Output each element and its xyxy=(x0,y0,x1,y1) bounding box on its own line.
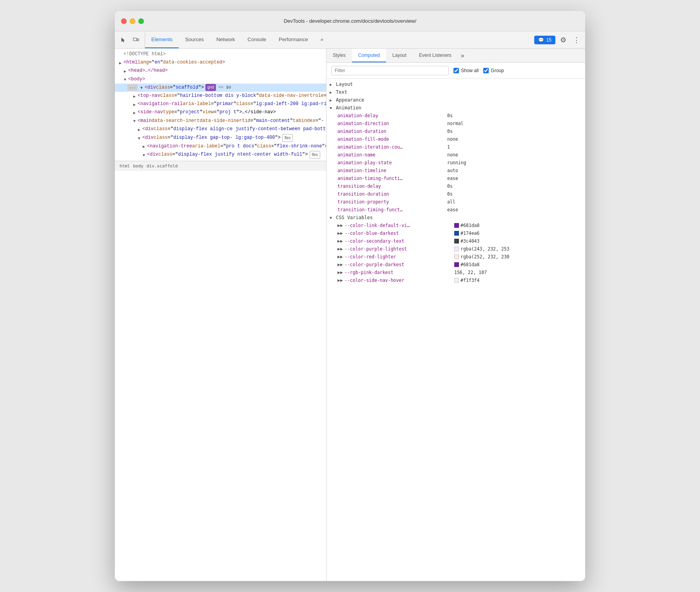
group-triangle-text xyxy=(330,90,334,94)
html-line[interactable]: <body> xyxy=(115,75,326,84)
prop-row: animation-timeline auto xyxy=(326,167,585,174)
triangle-div2[interactable] xyxy=(137,136,141,140)
ellipsis-button[interactable]: ... xyxy=(127,84,138,91)
html-line[interactable]: <navigation-tree aria-label="pro t docs"… xyxy=(115,142,326,151)
var-expand-1[interactable]: ▶ xyxy=(337,231,343,235)
filter-bar: Show all Group xyxy=(326,63,585,79)
group-triangle-layout xyxy=(330,82,334,87)
triangle-scaffold[interactable] xyxy=(139,85,144,90)
var-expand-5[interactable]: ▶ xyxy=(337,263,343,267)
prop-row-css-var[interactable]: ▶ --color-purple-lightest rgba(243, 232,… xyxy=(326,245,585,253)
group-checkbox-label[interactable]: Group xyxy=(483,68,504,73)
html-line[interactable]: <head>…</head> xyxy=(115,67,326,75)
triangle-main[interactable] xyxy=(132,118,137,123)
show-all-checkbox-label[interactable]: Show all xyxy=(453,68,479,73)
group-appearance[interactable]: Appearance xyxy=(326,96,585,104)
devtools-toolbar: Elements Sources Network Console Perform… xyxy=(115,31,585,49)
var-expand-4[interactable]: ▶ xyxy=(337,255,343,259)
traffic-lights xyxy=(121,18,144,24)
flex-badge-2[interactable]: flex xyxy=(282,134,293,142)
tab-computed[interactable]: Computed xyxy=(352,49,386,62)
html-line[interactable]: <top-nav class="hairline-bottom dis y-bl… xyxy=(115,92,326,100)
prop-row-css-var[interactable]: ▶ --color-red-lighter rgba(252, 232, 230 xyxy=(326,253,585,261)
prop-row: transition-property all xyxy=(326,198,585,206)
color-swatch-3 xyxy=(454,247,459,251)
tab-console[interactable]: Console xyxy=(241,31,273,48)
tab-sources[interactable]: Sources xyxy=(179,31,210,48)
elements-content: <!DOCTYPE html> <html lang="en" data-coo… xyxy=(115,49,326,161)
group-checkbox[interactable] xyxy=(483,68,489,73)
prop-row-css-var[interactable]: ▶ --color-link-default-vi… #681da8 xyxy=(326,222,585,229)
html-line[interactable]: <side-nav type="project" view="proj t">…… xyxy=(115,108,326,116)
tab-styles[interactable]: Styles xyxy=(326,49,352,62)
var-expand-6[interactable]: ▶ xyxy=(337,271,343,274)
var-expand-2[interactable]: ▶ xyxy=(337,239,343,243)
issues-badge-button[interactable]: 💬 15 xyxy=(534,36,555,44)
flex-badge-3[interactable]: flex xyxy=(310,151,321,159)
device-toggle-icon[interactable] xyxy=(131,35,141,45)
prop-row-css-var[interactable]: ▶ --color-side-nav-hover #f1f3f4 xyxy=(326,276,585,284)
triangle-topnav[interactable] xyxy=(132,94,137,98)
triangle-body[interactable] xyxy=(123,77,127,82)
minimize-button[interactable] xyxy=(130,18,135,24)
triangle-navrail[interactable] xyxy=(132,102,137,107)
triangle-html[interactable] xyxy=(118,60,123,65)
issues-icon: 💬 xyxy=(538,37,544,43)
show-all-checkbox[interactable] xyxy=(453,68,459,73)
html-line[interactable]: <html lang="en" data-cookies-accepted > xyxy=(115,58,326,67)
toolbar-right: 💬 15 ⚙ ⋮ xyxy=(531,31,585,48)
prop-row: animation-timing-functi… ease xyxy=(326,174,585,182)
html-line[interactable]: <main data-search-inert data-side-n iner… xyxy=(115,117,326,125)
breadcrumb-scaffold[interactable]: div.scaffold xyxy=(147,163,178,169)
cursor-icon[interactable] xyxy=(118,35,129,45)
html-line[interactable]: <!DOCTYPE html> xyxy=(115,50,326,58)
prop-row-css-var[interactable]: ▶ --color-purple-darkest #681da8 xyxy=(326,261,585,269)
prop-row: animation-direction normal xyxy=(326,120,585,127)
prop-row: transition-delay 0s xyxy=(326,182,585,190)
html-line[interactable]: <div class="display-flex gap-top- lg:gap… xyxy=(115,134,326,142)
triangle-div3[interactable] xyxy=(141,153,146,157)
computed-panel: Styles Computed Layout Event Listeners » xyxy=(326,49,585,581)
html-line[interactable]: <div class="display-flex justify ntent-c… xyxy=(115,151,326,159)
tab-event-listeners[interactable]: Event Listeners xyxy=(413,49,458,62)
html-line[interactable]: <div class="display-flex align-ce justif… xyxy=(115,125,326,134)
group-css-variables[interactable]: CSS Variables xyxy=(326,214,585,222)
close-button[interactable] xyxy=(121,18,127,24)
computed-list: Layout Text Appearance Animation xyxy=(326,79,585,581)
doctype-text: <!DOCTYPE html> xyxy=(123,51,166,58)
tab-elements[interactable]: Elements xyxy=(145,31,179,48)
group-animation[interactable]: Animation xyxy=(326,104,585,112)
triangle-navtree[interactable] xyxy=(141,144,146,149)
more-options-icon[interactable]: ⋮ xyxy=(571,35,582,45)
grid-badge[interactable]: grid xyxy=(205,84,216,91)
triangle-div1[interactable] xyxy=(137,127,141,132)
filter-input[interactable] xyxy=(331,66,449,75)
prop-row: animation-iteration-cou… 1 xyxy=(326,143,585,151)
tab-more[interactable]: » xyxy=(314,31,330,48)
prop-row-css-var[interactable]: ▶ --color-secondary-text #3c4043 xyxy=(326,237,585,245)
breadcrumb-bar: html body div.scaffold xyxy=(115,161,326,171)
breadcrumb-html[interactable]: html xyxy=(120,163,130,169)
prop-row-css-var[interactable]: ▶ --color-blue-darkest #174ea6 xyxy=(326,229,585,237)
group-layout[interactable]: Layout xyxy=(326,80,585,88)
prop-row-css-var[interactable]: ▶ --rgb-pink-darkest 156, 22, 107 xyxy=(326,269,585,276)
breadcrumb-body[interactable]: body xyxy=(133,163,144,169)
group-triangle-css-vars xyxy=(330,216,334,220)
tab-network[interactable]: Network xyxy=(210,31,241,48)
svg-rect-1 xyxy=(137,39,139,41)
html-line[interactable]: <navigation-rail aria-label="primar" cla… xyxy=(115,100,326,108)
maximize-button[interactable] xyxy=(138,18,144,24)
var-expand-3[interactable]: ▶ xyxy=(337,247,343,251)
prop-row: transition-timing-funct… ease xyxy=(326,206,585,214)
group-text[interactable]: Text xyxy=(326,88,585,96)
tab-performance[interactable]: Performance xyxy=(272,31,314,48)
var-expand-0[interactable]: ▶ xyxy=(337,223,343,227)
html-line-scaffold[interactable]: ... <div class="scaffold"> grid == $0 xyxy=(115,84,326,92)
settings-icon[interactable]: ⚙ xyxy=(558,35,569,45)
tab-layout[interactable]: Layout xyxy=(386,49,413,62)
var-expand-7[interactable]: ▶ xyxy=(337,278,343,282)
triangle-head[interactable] xyxy=(123,69,127,73)
triangle-sidenav[interactable] xyxy=(132,110,137,115)
panel-tab-more[interactable]: » xyxy=(458,49,468,62)
prop-row: animation-duration 0s xyxy=(326,127,585,135)
